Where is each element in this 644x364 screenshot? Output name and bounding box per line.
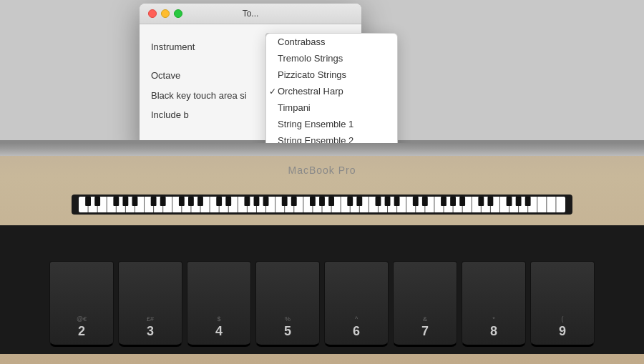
dropdown-item-tremolo[interactable]: Tremolo Strings [266, 50, 397, 67]
svg-rect-78 [422, 197, 428, 206]
svg-rect-21 [275, 197, 275, 212]
svg-rect-59 [179, 197, 185, 206]
close-button[interactable] [148, 9, 157, 18]
svg-rect-54 [113, 197, 119, 206]
svg-rect-45 [499, 197, 500, 212]
svg-rect-82 [478, 197, 484, 206]
svg-rect-42 [472, 197, 472, 212]
key-7-main: 7 [421, 324, 429, 339]
key-6-top: ^ [355, 315, 358, 323]
dropdown-item-contrabass[interactable]: Contrabass [266, 34, 397, 50]
key-3-main: 3 [147, 324, 154, 339]
svg-rect-80 [450, 197, 456, 206]
svg-rect-79 [441, 197, 447, 206]
key-8-top: * [492, 315, 495, 323]
svg-rect-76 [394, 197, 400, 206]
key-4-main: 4 [215, 324, 223, 339]
screen-area: To... Instrument Orchestral Harp Contrab… [0, 0, 644, 143]
svg-rect-83 [487, 197, 493, 206]
instrument-dropdown[interactable]: Contrabass Tremolo Strings Pizzicato Str… [265, 33, 398, 143]
key-9[interactable]: ( 9 [530, 261, 595, 347]
svg-rect-77 [413, 197, 419, 206]
piano-touchbar [79, 197, 565, 212]
svg-rect-62 [216, 197, 222, 206]
svg-rect-49 [537, 197, 537, 212]
svg-rect-72 [347, 197, 353, 206]
macbook-label: MacBook Pro [288, 164, 356, 176]
svg-rect-68 [291, 197, 297, 206]
dialog-window: To... Instrument Orchestral Harp Contrab… [140, 4, 361, 143]
svg-rect-55 [122, 197, 128, 206]
dropdown-item-string2[interactable]: String Ensemble 2 [266, 132, 397, 143]
svg-rect-69 [310, 197, 316, 206]
maximize-button[interactable] [174, 9, 182, 18]
svg-rect-58 [160, 197, 166, 206]
octave-label: Octave [151, 70, 265, 81]
svg-rect-66 [263, 197, 269, 206]
svg-rect-86 [525, 197, 531, 206]
key-6[interactable]: ^ 6 [324, 261, 389, 347]
svg-rect-60 [188, 197, 194, 206]
svg-rect-61 [197, 197, 203, 206]
svg-rect-84 [507, 197, 512, 206]
key-5-top: % [285, 315, 291, 323]
key-4-top: $ [217, 315, 220, 323]
svg-rect-81 [459, 197, 465, 206]
key-9-main: 9 [559, 324, 566, 339]
dropdown-item-harp[interactable]: Orchestral Harp [266, 83, 397, 99]
svg-rect-7 [144, 197, 145, 212]
key-5[interactable]: % 5 [255, 261, 320, 347]
touchbar[interactable] [72, 195, 572, 215]
svg-rect-57 [151, 197, 157, 206]
key-7-top: & [423, 315, 427, 323]
window-title: To... [243, 9, 259, 19]
svg-rect-67 [282, 197, 288, 206]
key-8[interactable]: * 8 [462, 261, 526, 347]
svg-rect-64 [244, 197, 250, 206]
svg-rect-35 [406, 197, 406, 212]
svg-rect-51 [555, 197, 556, 212]
macbook-body: MacBook Pro @€ 2 £# 3 $ 4 [0, 143, 644, 364]
svg-rect-65 [254, 197, 260, 206]
key-3-top: £# [147, 315, 154, 323]
svg-rect-53 [94, 197, 100, 206]
svg-rect-24 [303, 197, 303, 212]
black-key-label: Black key touch area si [151, 90, 265, 101]
svg-rect-74 [376, 197, 381, 206]
key-9-top: ( [562, 315, 564, 323]
minimize-button[interactable] [161, 9, 170, 18]
dropdown-item-string1[interactable]: String Ensemble 1 [266, 116, 397, 132]
svg-rect-17 [238, 197, 238, 212]
keyboard-area: @€ 2 £# 3 $ 4 % 5 ^ 6 & 7 * 8 ( 9 [0, 225, 644, 354]
svg-rect-10 [172, 197, 172, 212]
dialog-body: Instrument Orchestral Harp Contrabass Tr… [140, 24, 361, 143]
key-6-main: 6 [353, 324, 360, 339]
svg-rect-56 [132, 197, 138, 206]
svg-rect-63 [225, 197, 231, 206]
svg-rect-28 [341, 197, 341, 212]
svg-rect-85 [516, 197, 522, 206]
svg-rect-38 [434, 197, 434, 212]
key-8-main: 8 [490, 324, 497, 339]
key-5-main: 5 [284, 324, 291, 339]
svg-rect-31 [369, 197, 369, 212]
key-2[interactable]: @€ 2 [49, 261, 114, 347]
svg-rect-73 [356, 197, 362, 206]
key-3[interactable]: £# 3 [118, 261, 182, 347]
svg-rect-70 [319, 197, 325, 206]
svg-rect-71 [328, 197, 334, 206]
svg-rect-75 [385, 197, 391, 206]
svg-rect-14 [210, 197, 210, 212]
title-bar: To... [140, 4, 361, 24]
key-2-top: @€ [77, 315, 87, 323]
svg-rect-3 [107, 197, 107, 212]
hinge [0, 143, 644, 156]
dropdown-item-pizzicato[interactable]: Pizzicato Strings [266, 67, 397, 83]
dropdown-item-timpani[interactable]: Timpani [266, 99, 397, 116]
key-7[interactable]: & 7 [393, 261, 457, 347]
key-2-main: 2 [78, 324, 85, 339]
include-label: Include b [151, 109, 265, 120]
instrument-label: Instrument [151, 41, 265, 52]
key-4[interactable]: $ 4 [187, 261, 251, 347]
svg-rect-52 [85, 197, 91, 206]
